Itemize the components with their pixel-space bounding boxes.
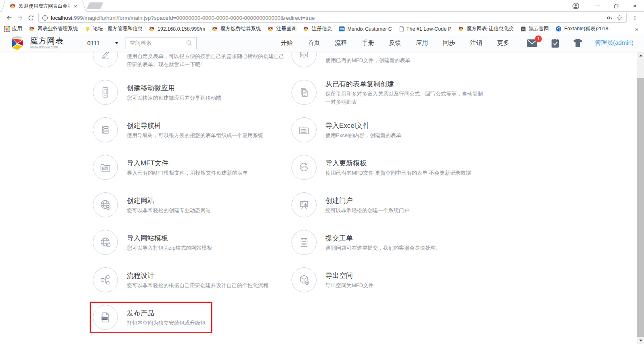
magicflu-favicon (149, 26, 155, 32)
foxtable-icon (556, 26, 562, 32)
magicflu-favicon (29, 26, 35, 32)
nav-feedback[interactable]: 反馈 (389, 39, 401, 47)
nav-start[interactable]: 开始 (281, 39, 293, 47)
chevron-down-icon[interactable] (115, 42, 118, 44)
profile-icon[interactable] (572, 2, 579, 10)
nav-workflow[interactable]: 流程 (335, 39, 347, 47)
bookmark-item[interactable]: The #1 Low-Code P (399, 26, 451, 32)
space-search[interactable] (126, 37, 197, 49)
scroll-up-arrow-icon[interactable] (637, 52, 644, 59)
bookmark-item[interactable]: Foxtable(狐表)2018- (556, 25, 610, 32)
feature-desc: 您可以快速的创建微应用并分享到移动端 (127, 94, 221, 102)
magicflu-favicon (212, 26, 218, 32)
search-icon[interactable] (186, 40, 193, 46)
bookmark-item[interactable]: 192.168.0.158:999/m (149, 26, 205, 32)
feature-title: 提交工单 (325, 233, 441, 244)
bookmark-item[interactable]: mx Mendix Customer C (339, 26, 392, 32)
feature-import-mft[interactable]: MFT 导入MFT文件 导入已有的MFT模板文件，用模板文件创建新的表单 (93, 155, 292, 180)
page-info-icon[interactable] (42, 15, 48, 21)
feature-title: 创建导航树 (127, 120, 263, 131)
feature-import-site-template[interactable]: 导入网站模板 您可以导入打包为zip格式的网站模板 (93, 230, 292, 255)
key-icon[interactable] (606, 15, 613, 21)
space-id[interactable]: 0111 (87, 40, 100, 46)
logo-subtitle: www.mf999.com (30, 45, 64, 49)
feature-desc: 使用自定义表单，可以很方便的按照自己的需求随心所欲的创建自己需要的表单。现在就尝… (127, 52, 285, 69)
scroll-down-arrow-icon[interactable] (637, 337, 644, 344)
feature-create-from-mfd[interactable]: MFD 使用已有的MFD文件，创建新的表单 (292, 52, 490, 67)
vertical-scrollbar[interactable] (637, 52, 644, 344)
logo-title: 魔方网表 (30, 37, 64, 45)
bookmark-item[interactable]: 注册信息 (303, 25, 332, 32)
magicflu-logo[interactable]: 魔方网表 www.mf999.com (10, 35, 64, 51)
bookmark-item[interactable]: 氚云官网 (520, 25, 549, 32)
svg-text:MFD: MFD (301, 166, 307, 169)
ticket-clipboard-icon (292, 230, 317, 255)
bookmark-apps[interactable]: 应用 (4, 25, 22, 32)
bookmark-item[interactable]: 魔方饭费结算系统 (212, 25, 261, 32)
scrollbar-thumb[interactable] (637, 78, 644, 337)
magicflu-favicon (10, 3, 16, 9)
lamp-icon (85, 26, 90, 32)
bookmark-item[interactable]: 论坛 - 魔方管理和信息 (85, 25, 142, 32)
window-restore-button[interactable] (607, 0, 625, 12)
feature-row: MFT 导入MFT文件 导入已有的MFT模板文件，用模板文件创建新的表单 MFD… (0, 148, 644, 186)
mfd-file-icon: MFD (292, 52, 317, 67)
browser-tab[interactable]: 欢迎使用魔方网表白金版 × (6, 0, 81, 12)
new-tab-button[interactable] (86, 2, 103, 9)
exe-file-icon: EXE (93, 305, 118, 330)
bookmark-item[interactable]: 魔方网表-让信息化变 (458, 25, 514, 32)
feature-title: 流程设计 (127, 270, 269, 281)
page-icon (399, 26, 404, 32)
bookmark-item[interactable]: 网表业务管理系统 (29, 25, 78, 32)
feature-publish-product[interactable]: EXE 发布产品 打包本空间为独立安装包或升级包 (93, 305, 206, 330)
url-bar[interactable]: localhost:999/magicflu/html/form/main.js… (38, 13, 627, 23)
svg-text:EXE: EXE (102, 317, 107, 319)
back-icon[interactable] (4, 13, 15, 23)
svg-text:XLS: XLS (301, 129, 306, 132)
window-close-button[interactable]: × (625, 0, 644, 12)
feature-desc: 您可以非常轻松的根据自己需要创建并设计自己的个性化流程 (127, 281, 269, 290)
feature-create-mobile-app[interactable]: 创建移动微应用 您可以快速的创建微应用并分享到移动端 (93, 80, 292, 105)
forward-icon[interactable] (15, 13, 25, 23)
feature-title: 导入更新模板 (325, 158, 471, 169)
nav-home[interactable]: 首页 (308, 39, 320, 47)
feature-submit-ticket[interactable]: 提交工单 遇到问题可在这里提交，我们的客服会尽快处理。 (292, 230, 490, 255)
nav-apps[interactable]: 应用 (416, 39, 428, 47)
bookmarks-overflow-chevron[interactable]: » (635, 26, 640, 32)
cube-export-icon (292, 267, 317, 292)
feature-import-update-template[interactable]: MFD 导入更新模板 使用已有的MFD文件 更新空间中已有的表单 不会更新记录数… (292, 155, 490, 180)
feature-export-space[interactable]: 导出空间 导出空间为MFD文件 (292, 267, 490, 292)
feature-create-nav-tree[interactable]: 创建导航树 使用导航树，可以很方便的把您的表单组织成一个应用系统 (93, 117, 292, 142)
feature-row: 创建移动微应用 您可以快速的创建微应用并分享到移动端 从已有的表单复制创建 保留… (0, 73, 644, 111)
user-account-link[interactable]: 管理员(admin) (595, 39, 634, 47)
bookmark-item[interactable]: 注册查询 (268, 25, 296, 32)
search-input[interactable] (130, 40, 186, 46)
browser-menu-icon[interactable] (629, 13, 640, 23)
feature-desc: 您可以非常轻松的创建一个系统门户 (325, 206, 409, 215)
copy-docs-icon (292, 80, 317, 105)
tab-close-icon[interactable]: × (72, 3, 79, 9)
feature-import-excel[interactable]: XLS 导入Excel文件 使用Excel的内容，创建新的表单 (292, 117, 490, 142)
highlight-red-box: EXE 发布产品 打包本空间为独立安装包或升级包 (90, 302, 212, 333)
nav-more[interactable]: 更多 (497, 39, 509, 47)
feature-copy-from-form[interactable]: 从已有的表单复制创建 保留引用和多对多嵌入关系以及行间公式、回写公式等等，自动复… (292, 79, 490, 106)
nav-manual[interactable]: 手册 (362, 39, 374, 47)
globe-plus-icon (93, 192, 118, 217)
feature-create-custom-form[interactable]: 使用自定义表单，可以很方便的按照自己的需求随心所欲的创建自己需要的表单。现在就尝… (93, 52, 292, 69)
feature-workflow-design[interactable]: 流程设计 您可以非常轻松的根据自己需要创建并设计自己的个性化流程 (93, 267, 292, 292)
form-pen-icon (93, 52, 118, 67)
tasks-button[interactable] (551, 38, 559, 48)
nav-sync[interactable]: 同步 (443, 39, 455, 47)
magicflu-favicon (458, 26, 464, 32)
gift-button[interactable] (573, 39, 583, 48)
messages-button[interactable]: 1 (527, 39, 537, 47)
window-minimize-button[interactable] (588, 0, 607, 12)
nav-logout[interactable]: 注销 (470, 39, 482, 47)
reload-icon[interactable] (25, 13, 36, 23)
bookmark-star-icon[interactable] (616, 15, 623, 21)
tab-title: 欢迎使用魔方网表白金版 (19, 3, 69, 10)
feature-create-website[interactable]: 创建网站 您可以非常轻松的创建专业动态网站 (93, 192, 292, 217)
unread-badge: 1 (535, 35, 542, 42)
tshirt-icon (573, 39, 583, 48)
feature-create-portal[interactable]: 创建门户 您可以非常轻松的创建一个系统门户 (292, 192, 490, 217)
